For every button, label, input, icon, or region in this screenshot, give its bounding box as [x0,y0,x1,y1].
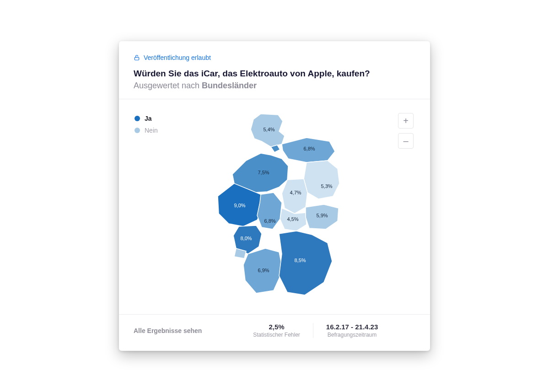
zoom-in-button[interactable]: + [398,113,414,129]
metric-period: 16.2.17 - 21.4.23 Befragungszeitraum [313,323,391,338]
survey-card: Veröffentlichung erlaubt Würden Sie das … [119,41,430,351]
chart-area: Ja Nein + – 5,4%6,8%7,5%5,3%4,7%9,0%4,5%… [134,99,415,314]
legend-item-yes[interactable]: Ja [135,115,158,122]
stat-error-value: 2,5% [253,323,300,331]
legend-dot-no [135,128,140,133]
legend-item-no[interactable]: Nein [135,127,158,134]
region-he[interactable] [257,193,282,229]
region-sn[interactable] [306,204,339,229]
svg-rect-0 [135,57,139,60]
region-st[interactable] [282,179,307,214]
publication-status: Veröffentlichung erlaubt [134,54,415,61]
legend-label-no: Nein [145,127,158,134]
period-label: Befragungszeitraum [326,332,378,338]
survey-subtitle: Ausgewertet nach Bundesländer [134,81,415,91]
legend-dot-yes [135,116,140,121]
period-value: 16.2.17 - 21.4.23 [326,323,378,331]
zoom-out-button[interactable]: – [398,133,414,149]
region-hh[interactable] [271,145,280,152]
region-sh[interactable] [251,114,285,147]
publication-label: Veröffentlichung erlaubt [144,54,211,61]
region-bb[interactable] [304,161,339,199]
subtitle-prefix: Ausgewertet nach [134,81,202,90]
subtitle-grouping: Bundesländer [202,81,257,90]
legend: Ja Nein [135,115,158,139]
germany-map: 5,4%6,8%7,5%5,3%4,7%9,0%4,5%5,9%6,8%8,0%… [134,111,415,312]
metric-stat-error: 2,5% Statistischer Fehler [240,323,313,338]
stat-error-label: Statistischer Fehler [253,332,300,338]
region-by[interactable] [279,231,332,295]
unlock-icon [134,54,140,61]
card-footer: Alle Ergebnisse sehen 2,5% Statistischer… [119,314,430,340]
survey-title: Würden Sie das iCar, das Elektroauto von… [134,68,415,80]
zoom-controls: + – [398,113,414,149]
see-all-results-link[interactable]: Alle Ergebnisse sehen [134,327,215,334]
legend-label-yes: Ja [145,115,152,122]
map-svg: 5,4%6,8%7,5%5,3%4,7%9,0%4,5%5,9%6,8%8,0%… [192,111,357,312]
footer-metrics: 2,5% Statistischer Fehler 16.2.17 - 21.4… [215,323,415,338]
region-bw[interactable] [243,248,283,293]
region-mv[interactable] [282,138,335,162]
